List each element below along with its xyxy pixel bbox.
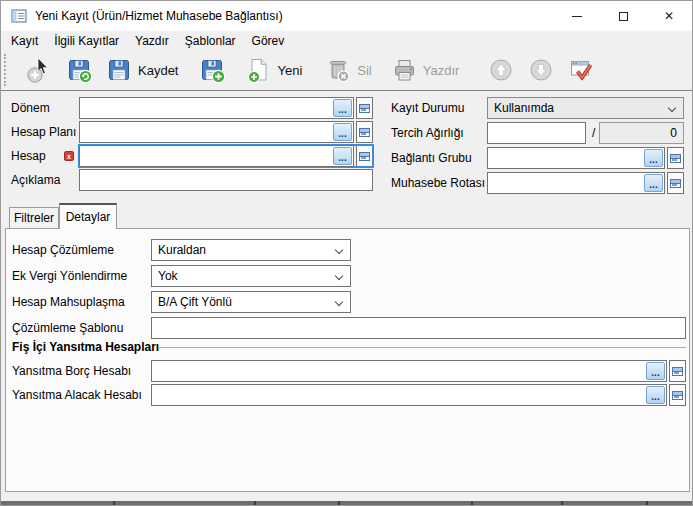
menu-sablonlar[interactable]: Şablonlar [177, 31, 244, 50]
editor-window-icon [359, 152, 370, 161]
maximize-icon [619, 12, 628, 21]
muhasebe-rotasi-editor-button[interactable] [667, 172, 684, 194]
label-tercih-agirligi: Tercih Ağırlığı [391, 126, 464, 140]
save-icon [105, 56, 133, 84]
yansitma-alacak-lookup-button[interactable]: ... [646, 386, 665, 404]
kayit-durumu-value: Kullanımda [494, 101, 554, 115]
hesap-plani-field: ... [79, 121, 373, 143]
ellipsis-icon: ... [649, 182, 657, 188]
delete-button: Sil [320, 55, 375, 85]
kayit-durumu-select[interactable]: Kullanımda [487, 97, 684, 119]
toolbar-grip[interactable] [4, 54, 6, 86]
window-title: Yeni Kayıt (Ürün/Hizmet Muhasebe Bağlant… [35, 9, 283, 23]
tercih-max-text: 0 [670, 126, 677, 140]
menu-kayit[interactable]: Kayıt [3, 31, 46, 50]
tab-filtreler[interactable]: Filtreler [9, 207, 59, 228]
app-window: Yeni Kayıt (Ürün/Hizmet Muhasebe Bağlant… [0, 0, 693, 506]
tercih-agirligi-input[interactable] [487, 122, 586, 144]
confirm-button[interactable] [563, 55, 601, 85]
yansitma-borc-editor-button[interactable] [669, 360, 686, 382]
hesap-mahsuplasma-select[interactable]: B/A Çift Yönlü [151, 291, 351, 313]
maximize-button[interactable] [600, 1, 646, 31]
print-button: Yazdır [386, 55, 464, 85]
menu-gorev[interactable]: Görev [244, 31, 293, 50]
baglanti-grubu-input[interactable] [488, 148, 643, 168]
window-app-icon [11, 8, 27, 24]
donem-field: ... [79, 97, 373, 119]
hesap-cozumleme-select[interactable]: Kuraldan [151, 239, 351, 261]
baglanti-grubu-lookup-button[interactable]: ... [644, 149, 663, 167]
donem-lookup-button[interactable]: ... [333, 99, 352, 117]
ek-vergi-select[interactable]: Yok [151, 265, 351, 287]
hesap-plani-editor-button[interactable] [356, 121, 373, 143]
yansitma-alacak-input[interactable] [152, 385, 645, 405]
chevron-down-icon [335, 272, 343, 280]
minimize-button[interactable] [554, 1, 600, 31]
muhasebe-rotasi-field: ... [487, 172, 684, 194]
label-kayit-durumu: Kayıt Durumu [391, 101, 464, 115]
hesap-input[interactable] [80, 146, 332, 166]
ellipsis-icon: ... [649, 157, 657, 163]
menu-yazdir[interactable]: Yazdır [127, 31, 177, 50]
hesap-editor-button[interactable] [356, 145, 373, 167]
chevron-down-icon [335, 246, 343, 254]
new-button[interactable]: Yeni [240, 55, 306, 85]
delete-label: Sil [357, 63, 371, 78]
baglanti-grubu-field: ... [487, 147, 684, 169]
save-new-button[interactable] [194, 55, 230, 85]
ellipsis-icon: ... [651, 394, 659, 400]
hesap-field: ... [79, 145, 373, 167]
hesap-plani-input[interactable] [80, 122, 332, 142]
muhasebe-rotasi-input[interactable] [488, 173, 643, 193]
move-down-icon [527, 56, 555, 84]
confirm-icon [567, 56, 597, 84]
group-divider [158, 347, 686, 348]
move-down-button[interactable] [523, 55, 559, 85]
baglanti-grubu-editor-button[interactable] [667, 147, 684, 169]
yansitma-borc-input[interactable] [152, 361, 645, 381]
label-hesap-mahsuplasma: Hesap Mahsuplaşma [12, 295, 125, 309]
yansitma-borc-lookup-button[interactable]: ... [646, 362, 665, 380]
print-icon [390, 56, 418, 84]
select-add-button[interactable] [21, 55, 57, 85]
label-yansitma-borc: Yansıtma Borç Hesabı [12, 364, 131, 378]
tab-detaylar[interactable]: Detaylar [59, 203, 117, 229]
editor-window-icon [672, 391, 683, 400]
yansitma-alacak-editor-button[interactable] [669, 384, 686, 406]
ellipsis-icon: ... [338, 107, 346, 113]
save-button[interactable]: Kaydet [101, 55, 182, 85]
ellipsis-icon: ... [338, 155, 346, 161]
label-ek-vergi: Ek Vergi Yönlendirme [12, 269, 127, 283]
hesap-mahsuplasma-value: B/A Çift Yönlü [158, 295, 232, 309]
tercih-max-value: 0 [599, 122, 684, 144]
aciklama-input[interactable] [79, 169, 373, 191]
chevron-down-icon [668, 104, 676, 112]
label-baglanti-grubu: Bağlantı Grubu [391, 151, 472, 165]
move-up-button[interactable] [483, 55, 519, 85]
detaylar-panel: Hesap Çözümleme Kuraldan Ek Vergi Yönlen… [5, 228, 690, 492]
cozumleme-sablonu-input[interactable] [151, 317, 686, 339]
close-button[interactable]: ✕ [646, 1, 692, 31]
donem-editor-button[interactable] [356, 97, 373, 119]
title-bar: Yeni Kayıt (Ürün/Hizmet Muhasebe Bağlant… [1, 1, 692, 31]
menu-ilgili-kayitlar[interactable]: İlgili Kayıtlar [46, 31, 127, 50]
chevron-down-icon [335, 298, 343, 306]
yansitma-alacak-field: ... [151, 384, 686, 406]
editor-window-icon [670, 179, 681, 188]
hesap-lookup-button[interactable]: ... [333, 147, 352, 165]
muhasebe-rotasi-lookup-button[interactable]: ... [644, 174, 663, 192]
label-aciklama: Açıklama [11, 173, 60, 187]
tab-detaylar-label: Detaylar [66, 210, 111, 224]
editor-window-icon [670, 154, 681, 163]
save-label: Kaydet [138, 63, 178, 78]
hesap-cozumleme-value: Kuraldan [158, 243, 206, 257]
yansitma-borc-field: ... [151, 360, 686, 382]
clipped-grid-header [1, 501, 692, 505]
close-icon: ✕ [664, 10, 674, 22]
donem-input[interactable] [80, 98, 332, 118]
toolbar: Kaydet Yeni [1, 50, 692, 91]
editor-window-icon [672, 367, 683, 376]
hesap-plani-lookup-button[interactable]: ... [333, 123, 352, 141]
save-new-icon [198, 56, 226, 84]
save-refresh-button[interactable] [61, 55, 97, 85]
